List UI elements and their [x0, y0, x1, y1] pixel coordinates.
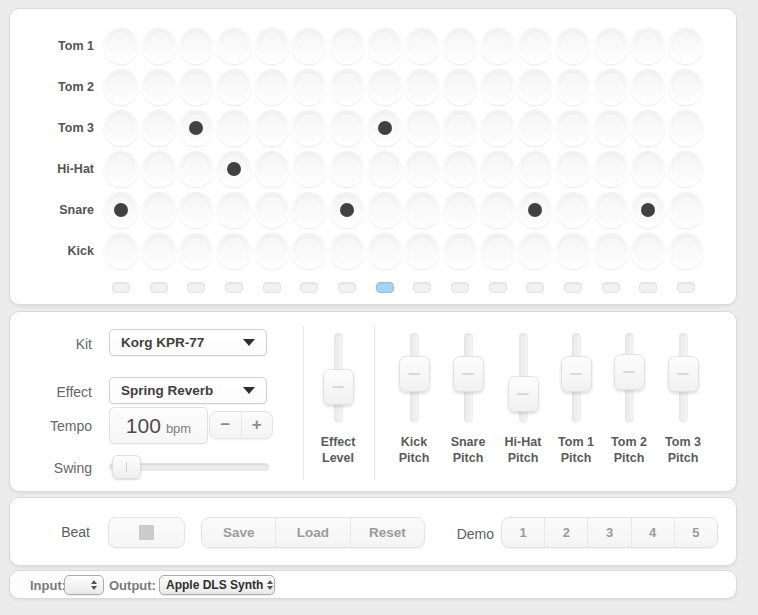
fader-knob[interactable]: [561, 356, 592, 392]
drum-pad[interactable]: [481, 151, 515, 187]
tempo-decrement-button[interactable]: −: [210, 412, 241, 438]
drum-pad[interactable]: [142, 28, 176, 64]
drum-pad[interactable]: [292, 151, 326, 187]
drum-pad[interactable]: [631, 233, 665, 269]
drum-pad[interactable]: [217, 192, 251, 228]
drum-pad[interactable]: [330, 192, 364, 228]
drum-pad[interactable]: [594, 192, 628, 228]
drum-pad[interactable]: [104, 69, 138, 105]
drum-pad[interactable]: [104, 110, 138, 146]
drum-pad[interactable]: [556, 110, 590, 146]
drum-pad[interactable]: [631, 192, 665, 228]
fader-knob[interactable]: [508, 376, 539, 412]
drum-pad[interactable]: [594, 28, 628, 64]
drum-pad[interactable]: [292, 192, 326, 228]
drum-pad[interactable]: [518, 233, 552, 269]
drum-pad[interactable]: [594, 110, 628, 146]
swing-slider-handle[interactable]: [112, 455, 141, 479]
drum-pad[interactable]: [217, 110, 251, 146]
drum-pad[interactable]: [104, 151, 138, 187]
drum-pad[interactable]: [330, 151, 364, 187]
drum-pad[interactable]: [518, 151, 552, 187]
drum-pad[interactable]: [631, 110, 665, 146]
tempo-increment-button[interactable]: +: [241, 412, 273, 438]
drum-pad[interactable]: [481, 192, 515, 228]
drum-pad[interactable]: [405, 69, 439, 105]
drum-pad[interactable]: [405, 110, 439, 146]
drum-pad[interactable]: [255, 233, 289, 269]
demo-2-button[interactable]: 2: [544, 518, 587, 547]
drum-pad[interactable]: [443, 151, 477, 187]
load-button[interactable]: Load: [275, 518, 349, 547]
drum-pad[interactable]: [556, 192, 590, 228]
drum-pad[interactable]: [292, 110, 326, 146]
drum-pad[interactable]: [481, 110, 515, 146]
drum-pad[interactable]: [368, 110, 402, 146]
stop-button[interactable]: [108, 517, 185, 548]
drum-pad[interactable]: [255, 69, 289, 105]
drum-pad[interactable]: [669, 28, 703, 64]
drum-pad[interactable]: [669, 233, 703, 269]
drum-pad[interactable]: [368, 28, 402, 64]
drum-pad[interactable]: [255, 110, 289, 146]
drum-pad[interactable]: [481, 233, 515, 269]
drum-pad[interactable]: [631, 151, 665, 187]
drum-pad[interactable]: [368, 151, 402, 187]
kit-select[interactable]: Korg KPR-77: [109, 329, 267, 356]
drum-pad[interactable]: [368, 192, 402, 228]
drum-pad[interactable]: [217, 69, 251, 105]
drum-pad[interactable]: [330, 110, 364, 146]
drum-pad[interactable]: [405, 151, 439, 187]
drum-pad[interactable]: [330, 233, 364, 269]
drum-pad[interactable]: [405, 28, 439, 64]
drum-pad[interactable]: [556, 69, 590, 105]
drum-pad[interactable]: [518, 69, 552, 105]
drum-pad[interactable]: [594, 69, 628, 105]
drum-pad[interactable]: [518, 110, 552, 146]
drum-pad[interactable]: [104, 28, 138, 64]
drum-pad[interactable]: [255, 192, 289, 228]
drum-pad[interactable]: [179, 151, 213, 187]
drum-pad[interactable]: [556, 233, 590, 269]
drum-pad[interactable]: [518, 28, 552, 64]
fader-knob[interactable]: [399, 356, 430, 392]
drum-pad[interactable]: [481, 28, 515, 64]
drum-pad[interactable]: [518, 192, 552, 228]
fader-knob[interactable]: [453, 356, 484, 392]
input-select[interactable]: [64, 575, 104, 595]
fader-knob[interactable]: [614, 354, 645, 390]
drum-pad[interactable]: [669, 110, 703, 146]
demo-1-button[interactable]: 1: [502, 518, 544, 547]
drum-pad[interactable]: [292, 28, 326, 64]
drum-pad[interactable]: [443, 192, 477, 228]
drum-pad[interactable]: [179, 69, 213, 105]
drum-pad[interactable]: [631, 28, 665, 64]
output-select[interactable]: Apple DLS Synth: [159, 575, 275, 595]
drum-pad[interactable]: [217, 28, 251, 64]
drum-pad[interactable]: [368, 233, 402, 269]
drum-pad[interactable]: [179, 28, 213, 64]
drum-pad[interactable]: [443, 28, 477, 64]
drum-pad[interactable]: [255, 28, 289, 64]
drum-pad[interactable]: [255, 151, 289, 187]
drum-pad[interactable]: [594, 233, 628, 269]
drum-pad[interactable]: [481, 69, 515, 105]
fader-knob[interactable]: [668, 356, 699, 392]
drum-pad[interactable]: [631, 69, 665, 105]
reset-button[interactable]: Reset: [350, 518, 424, 547]
drum-pad[interactable]: [405, 192, 439, 228]
drum-pad[interactable]: [330, 69, 364, 105]
drum-pad[interactable]: [669, 69, 703, 105]
drum-pad[interactable]: [142, 192, 176, 228]
drum-pad[interactable]: [556, 151, 590, 187]
drum-pad[interactable]: [142, 110, 176, 146]
drum-pad[interactable]: [443, 69, 477, 105]
drum-pad[interactable]: [179, 110, 213, 146]
drum-pad[interactable]: [104, 233, 138, 269]
drum-pad[interactable]: [368, 69, 402, 105]
drum-pad[interactable]: [179, 233, 213, 269]
drum-pad[interactable]: [669, 151, 703, 187]
drum-pad[interactable]: [669, 192, 703, 228]
save-button[interactable]: Save: [202, 518, 275, 547]
drum-pad[interactable]: [330, 28, 364, 64]
